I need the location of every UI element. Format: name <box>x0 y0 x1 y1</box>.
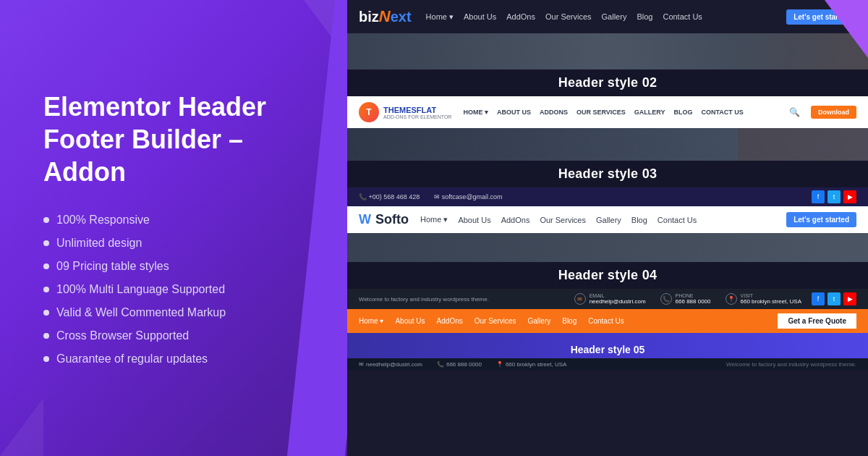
themesflat-logo-sub: ADD-ONS FOR ELEMENTOR <box>383 114 451 119</box>
themesflat-header: T THEMESFLAT ADD-ONS FOR ELEMENTOR HOME … <box>347 96 868 128</box>
bullet-4 <box>43 287 49 292</box>
softo-logo-icon: W <box>359 212 371 227</box>
softo-nav-about[interactable]: About Us <box>458 216 490 224</box>
softo-twitter-icon[interactable]: t <box>827 190 841 203</box>
dustri-cta-button[interactable]: Get a Free Quote <box>778 313 856 329</box>
dustri-email-info: EMAIL needhelp@dustri.com <box>590 293 646 305</box>
features-list: 100% Responsive Unlimited design 09 Pric… <box>43 214 311 366</box>
softo-topbar-email: ✉ softcase@gmail.com <box>434 193 502 200</box>
header-04-label: Header style 04 <box>347 262 868 289</box>
dustri-social-links: f t ▶ <box>812 292 856 305</box>
bullet-1 <box>43 217 49 223</box>
dustri-nav-blog[interactable]: Blog <box>562 317 576 325</box>
dustri-hero-bg: Header style 05 <box>347 333 868 358</box>
softo-cta-button[interactable]: Let's get started <box>786 212 856 227</box>
feature-4: 100% Multi Language Supported <box>43 283 311 296</box>
header-style-05-block: Welcome to factory and industry wordpres… <box>347 289 868 371</box>
feature-7: Guarantee of regular updates <box>43 352 311 366</box>
dustri-visit-contact: 📍 VISIT 660 broklyn street, USA <box>726 293 801 305</box>
biznext-nav: Home ▾ About Us AddOns Our Services Gall… <box>426 12 773 22</box>
deco-tri-top <box>304 0 347 58</box>
left-panel: Elementor HeaderFooter Builder – Addon 1… <box>0 0 347 456</box>
dustri-nav-home[interactable]: Home ▾ <box>359 317 383 325</box>
feature-6: Cross Browser Supported <box>43 329 311 342</box>
dustri-nav-addons[interactable]: AddOns <box>437 317 463 325</box>
softo-youtube-icon[interactable]: ▶ <box>843 190 856 203</box>
bullet-5 <box>43 310 49 316</box>
right-panel: bizNext Home ▾ About Us AddOns Our Servi… <box>347 0 868 456</box>
bullet-3 <box>43 263 49 269</box>
header-style-02-block: bizNext Home ▾ About Us AddOns Our Servi… <box>347 0 868 96</box>
tf-nav-gallery[interactable]: GALLERY <box>634 109 665 116</box>
softo-logo-text: Softo <box>375 212 409 227</box>
header-05-label: Header style 05 <box>571 344 645 355</box>
dustri-youtube-icon[interactable]: ▶ <box>843 292 856 305</box>
dustri-bottom-address: 📍 660 broklyn street, USA <box>496 361 566 368</box>
softo-nav-blog[interactable]: Blog <box>631 216 647 224</box>
logo-arrow-icon: N <box>379 7 391 26</box>
softo-nav-home[interactable]: Home ▾ <box>420 215 448 224</box>
dustri-visit-info: VISIT 660 broklyn street, USA <box>741 293 801 305</box>
tf-nav-blog[interactable]: BLOG <box>673 109 692 116</box>
feature-5: Valid & Well Commented Markup <box>43 306 311 319</box>
header-style-03-block: T THEMESFLAT ADD-ONS FOR ELEMENTOR HOME … <box>347 96 868 187</box>
tf-nav-services[interactable]: OUR SERVICES <box>576 109 626 116</box>
softo-topbar: 📞 +00) 568 468 428 ✉ softcase@gmail.com … <box>347 187 868 206</box>
dustri-bottom-phone: 📞 666 888 0000 <box>437 361 482 368</box>
dustri-bottom-welcome: Welcome to factory and industry wordpres… <box>726 361 856 368</box>
biznext-nav-blog[interactable]: Blog <box>637 12 652 21</box>
softo-social-links: f t ▶ <box>812 190 856 203</box>
themesflat-download-button[interactable]: Download <box>811 106 856 119</box>
themesflat-logo-icon: T <box>359 102 379 122</box>
previews-container: bizNext Home ▾ About Us AddOns Our Servi… <box>347 0 868 456</box>
dustri-orange-nav: Home ▾ About Us AddOns Our Services Gall… <box>347 309 868 333</box>
softo-nav-addons[interactable]: AddOns <box>501 216 530 224</box>
dustri-phone-contact: 📞 PHONE 666 888 0000 <box>660 293 711 305</box>
feature-3: 09 Pricing table styles <box>43 260 311 273</box>
dustri-twitter-icon[interactable]: t <box>827 292 841 305</box>
biznext-header: bizNext Home ▾ About Us AddOns Our Servi… <box>347 0 868 33</box>
tf-nav-addons[interactable]: ADDONS <box>540 109 568 116</box>
dustri-nav-gallery[interactable]: Gallery <box>528 317 551 325</box>
biznext-nav-addons[interactable]: AddOns <box>506 12 535 21</box>
softo-hero-bg <box>347 233 868 262</box>
biznext-nav-home[interactable]: Home ▾ <box>426 12 454 22</box>
bullet-7 <box>43 356 49 362</box>
softo-header: W Softo Home ▾ About Us AddOns Our Servi… <box>347 206 868 233</box>
softo-facebook-icon[interactable]: f <box>812 190 825 203</box>
softo-nav-gallery[interactable]: Gallery <box>596 216 621 224</box>
softo-topbar-phone: 📞 +00) 568 468 428 <box>359 193 420 200</box>
dustri-bottom-email: ✉ needhelp@dustri.com <box>359 361 422 368</box>
dustri-nav-contact[interactable]: Contact Us <box>588 317 624 325</box>
tf-nav-home[interactable]: HOME ▾ <box>463 109 488 116</box>
dustri-nav-services[interactable]: Our Services <box>475 317 516 325</box>
tf-nav-contact[interactable]: CONTACT US <box>701 109 743 116</box>
biznext-logo: bizNext <box>359 7 412 26</box>
main-title: Elementor HeaderFooter Builder – Addon <box>43 90 311 188</box>
bullet-2 <box>43 240 49 246</box>
right-deco-triangle <box>825 0 868 58</box>
themesflat-logo: T THEMESFLAT ADD-ONS FOR ELEMENTOR <box>359 102 451 122</box>
dustri-topbar-contacts: ✉ EMAIL needhelp@dustri.com 📞 PHONE 666 … <box>574 293 801 305</box>
phone-icon: 📞 <box>660 293 672 305</box>
themesflat-logo-text: THEMESFLAT ADD-ONS FOR ELEMENTOR <box>383 106 451 119</box>
dustri-phone-info: PHONE 666 888 0000 <box>676 293 711 305</box>
softo-logo: W Softo <box>359 212 409 227</box>
search-icon[interactable]: 🔍 <box>789 107 799 117</box>
biznext-nav-services[interactable]: Our Services <box>545 12 592 21</box>
header-02-label: Header style 02 <box>347 69 868 96</box>
biznext-hero-bg <box>347 33 868 69</box>
themesflat-logo-main: THEMESFLAT <box>383 106 451 114</box>
biznext-nav-about[interactable]: About Us <box>464 12 496 21</box>
logo-biz: biz <box>359 9 379 25</box>
tf-nav-about[interactable]: ABOUT US <box>497 109 531 116</box>
location-icon: 📍 <box>726 293 737 305</box>
header-style-04-block: 📞 +00) 568 468 428 ✉ softcase@gmail.com … <box>347 187 868 289</box>
softo-nav-contact[interactable]: Contact Us <box>658 216 697 224</box>
dustri-facebook-icon[interactable]: f <box>812 292 825 305</box>
biznext-nav-gallery[interactable]: Gallery <box>602 12 627 21</box>
header-03-label: Header style 03 <box>347 161 868 187</box>
softo-nav-services[interactable]: Our Services <box>540 216 586 224</box>
biznext-nav-contact[interactable]: Contact Us <box>663 12 702 21</box>
dustri-nav-about[interactable]: About Us <box>395 317 425 325</box>
